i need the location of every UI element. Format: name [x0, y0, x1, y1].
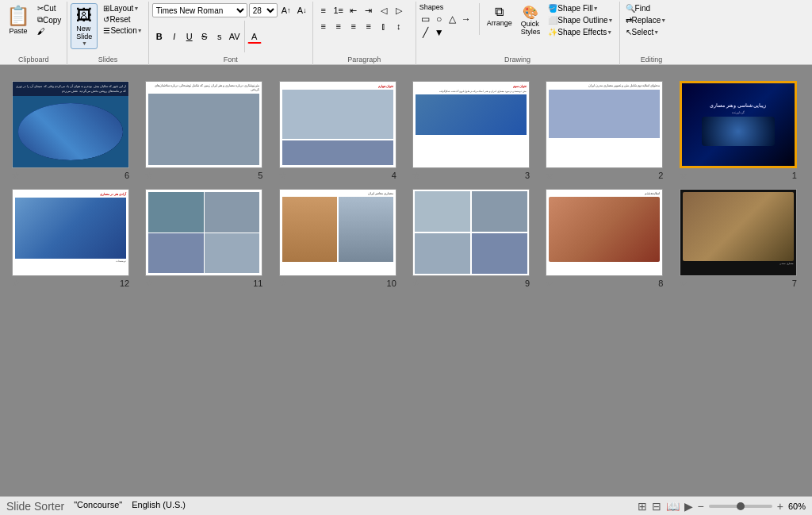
numbering-button[interactable]: 1≡ — [331, 3, 346, 17]
bold-button[interactable]: B — [152, 29, 167, 44]
shape-outline-button[interactable]: ⬜ Shape Outline ▼ — [546, 15, 615, 25]
shape-effects-button[interactable]: ✨ Shape Effects ▼ — [546, 27, 615, 37]
slide-thumb-8[interactable]: اسلاید هشتم ☆ 8 — [542, 189, 667, 289]
font-size-select[interactable]: 28 — [249, 3, 278, 17]
slide-thumb-9[interactable]: ☆ 9 — [408, 189, 534, 289]
slide-thumb-10[interactable]: معماری معاصر ایران ☆ 10 — [275, 189, 400, 289]
shape-ellipse[interactable]: ○ — [433, 13, 446, 25]
slide-preview-12[interactable]: آزادی هنر در معماری توضیحات — [12, 189, 129, 276]
slide-preview-2[interactable]: محتوای اسلاید دوم شامل متن و تصویر معمار… — [546, 81, 663, 168]
slide-preview-1[interactable]: زیبایی شناسی و هنر معماری گرداورنده — [680, 81, 797, 168]
shape-more[interactable]: ▼ — [433, 26, 446, 39]
shape-fill-icon: 🪣 — [548, 4, 557, 13]
group-drawing: Shapes ▭ ○ △ → ╱ ▼ ⧉ Arrange — [416, 2, 620, 65]
star-2[interactable]: ☆ — [546, 170, 554, 181]
justify-button[interactable]: ≡ — [362, 19, 376, 33]
slide-preview-6[interactable]: از این شهر که سالیان پیش بودم و به هوای … — [12, 81, 129, 168]
line-spacing-button[interactable]: ↕ — [392, 19, 406, 33]
reset-button[interactable]: ↺ Reset — [101, 14, 144, 25]
find-button[interactable]: 🔍 Find — [623, 3, 653, 13]
star-9[interactable]: ☆ — [412, 278, 421, 289]
slide-bottom-4: ☆ 4 — [279, 170, 396, 181]
paste-button[interactable]: 📋 Paste — [3, 3, 33, 37]
slide-thumb-12[interactable]: آزادی هنر در معماری توضیحات ☆ 12 — [8, 189, 133, 289]
star-10[interactable]: ☆ — [279, 278, 288, 289]
replace-label: Replace — [632, 16, 661, 25]
star-7[interactable]: ☆ — [680, 278, 688, 289]
slide-sorter-view-button[interactable]: Slide Sorter — [6, 500, 64, 513]
slide-preview-7[interactable]: معماری سنتی — [680, 189, 797, 276]
drawing-divider — [479, 3, 480, 35]
char-spacing-button[interactable]: AV — [228, 29, 242, 44]
zoom-level-label: 60% — [788, 502, 806, 511]
shape-fill-button[interactable]: 🪣 Shape Fill ▼ — [546, 3, 615, 13]
copy-button[interactable]: ⧉ Copy — [35, 14, 63, 25]
star-1[interactable]: ☆ — [680, 170, 688, 181]
slide-thumb-11[interactable]: ☆ 11 — [141, 189, 266, 289]
slide-thumb-7[interactable]: معماری سنتی ☆ 7 — [676, 189, 801, 289]
slide-preview-9[interactable] — [412, 189, 530, 276]
quick-styles-button[interactable]: 🎨 QuickStyles — [518, 3, 544, 37]
bullets-button[interactable]: ≡ — [316, 3, 331, 17]
decrease-font-button[interactable]: A↓ — [295, 3, 309, 17]
inc-indent-button[interactable]: ⇥ — [362, 3, 376, 17]
arrange-button[interactable]: ⧉ Arrange — [484, 3, 515, 29]
cols-button[interactable]: ⫿ — [377, 19, 391, 33]
align-center-button[interactable]: ≡ — [331, 19, 346, 33]
slide-thumb-5[interactable]: متن نوشتاری درباره معماری و هنر ایران زم… — [141, 81, 266, 181]
font-color-button[interactable]: A — [247, 29, 262, 44]
font-name-select[interactable]: Times New Roman — [152, 3, 247, 17]
zoom-plus-button[interactable]: + — [777, 500, 783, 513]
slide-preview-4[interactable]: عنوان چهارم — [279, 81, 396, 168]
zoom-thumb[interactable] — [737, 502, 745, 510]
slide-thumb-4[interactable]: عنوان چهارم ☆ 4 — [275, 81, 400, 181]
select-button[interactable]: ↖ Select ▼ — [623, 27, 662, 37]
strikethrough-button[interactable]: S — [197, 29, 212, 44]
slide-preview-5[interactable]: متن نوشتاری درباره معماری و هنر ایران زم… — [145, 81, 262, 168]
shape-rect[interactable]: ▭ — [419, 13, 432, 25]
shape-effects-icon: ✨ — [548, 28, 557, 37]
format-painter-button[interactable]: 🖌 — [35, 26, 63, 37]
slide-preview-8[interactable]: اسلاید هشتم — [546, 189, 663, 276]
dir-rtl-button[interactable]: ◁ — [377, 3, 391, 17]
slide-thumb-2[interactable]: محتوای اسلاید دوم شامل متن و تصویر معمار… — [542, 81, 667, 181]
section-button[interactable]: ☰ Section ▼ — [101, 25, 144, 36]
shape-line[interactable]: ╱ — [419, 26, 432, 39]
shape-arrow[interactable]: → — [460, 13, 473, 25]
italic-button[interactable]: I — [167, 29, 182, 44]
zoom-minus-button[interactable]: − — [698, 500, 704, 513]
view-sorter-icon[interactable]: ⊟ — [652, 500, 661, 513]
align-left-button[interactable]: ≡ — [316, 19, 331, 33]
align-right-button[interactable]: ≡ — [347, 19, 361, 33]
underline-button[interactable]: U — [182, 29, 197, 44]
replace-button[interactable]: ⇄ Replace ▼ — [623, 15, 669, 25]
cut-button[interactable]: ✂ Cut — [35, 3, 63, 13]
arrange-icon: ⧉ — [495, 5, 504, 19]
star-12[interactable]: ☆ — [12, 278, 21, 289]
view-normal-icon[interactable]: ⊞ — [638, 500, 647, 513]
shapes-container: Shapes ▭ ○ △ → ╱ ▼ — [419, 3, 475, 39]
new-slide-button[interactable]: 🖼 NewSlide ▼ — [71, 3, 98, 49]
dir-ltr-button[interactable]: ▷ — [392, 3, 406, 17]
view-reading-icon[interactable]: 📖 — [666, 500, 680, 513]
shadow-button[interactable]: s — [213, 29, 227, 44]
increase-font-button[interactable]: A↑ — [279, 3, 293, 17]
star-6[interactable]: ☆ — [12, 170, 21, 181]
group-slides: 🖼 NewSlide ▼ ⊞ Layout ▼ ↺ Reset — [67, 2, 148, 65]
star-4[interactable]: ☆ — [279, 170, 288, 181]
shape-triangle[interactable]: △ — [446, 13, 459, 25]
star-5[interactable]: ☆ — [145, 170, 154, 181]
star-8[interactable]: ☆ — [546, 278, 554, 289]
slide-thumb-6[interactable]: از این شهر که سالیان پیش بودم و به هوای … — [8, 81, 133, 181]
dec-indent-button[interactable]: ⇤ — [347, 3, 361, 17]
slide-thumb-3[interactable]: عنوان سوم متن توضیحی در مورد معماری ایرا… — [408, 81, 534, 181]
zoom-slider[interactable] — [709, 505, 772, 508]
star-11[interactable]: ☆ — [145, 278, 154, 289]
layout-button[interactable]: ⊞ Layout ▼ — [101, 3, 144, 13]
slide-preview-10[interactable]: معماری معاصر ایران — [279, 189, 396, 276]
star-3[interactable]: ☆ — [412, 170, 421, 181]
view-slideshow-icon[interactable]: ▶ — [684, 500, 693, 513]
slide-thumb-1[interactable]: زیبایی شناسی و هنر معماری گرداورنده ☆ 1 — [676, 81, 801, 181]
slide-preview-3[interactable]: عنوان سوم متن توضیحی در مورد معماری ایرا… — [412, 81, 530, 168]
slide-preview-11[interactable] — [145, 189, 262, 276]
